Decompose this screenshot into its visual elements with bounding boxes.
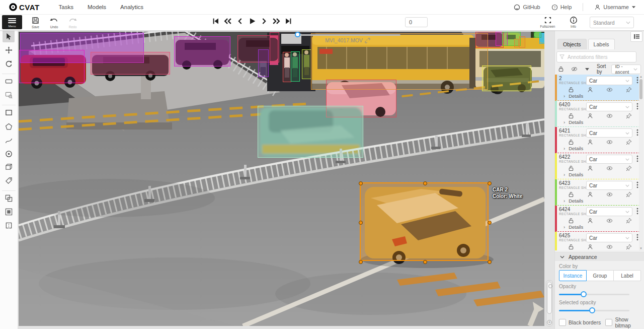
object-label-select[interactable]: Car bbox=[586, 181, 632, 190]
pin-icon[interactable] bbox=[626, 87, 632, 93]
annotation-box[interactable] bbox=[519, 36, 525, 48]
pin-icon[interactable] bbox=[626, 113, 632, 119]
save-button[interactable]: Save bbox=[26, 15, 45, 29]
object-actions-icon[interactable] bbox=[636, 181, 638, 188]
object-actions-icon[interactable] bbox=[636, 77, 638, 84]
tool-select-region[interactable] bbox=[3, 89, 15, 101]
resize-handle[interactable] bbox=[488, 181, 492, 185]
occluded-icon[interactable] bbox=[587, 191, 593, 198]
annotation-box[interactable] bbox=[258, 106, 363, 158]
eye-icon[interactable] bbox=[606, 165, 613, 171]
opacity-slider-handle[interactable] bbox=[581, 291, 587, 297]
user-menu[interactable]: Username bbox=[594, 4, 636, 11]
object-item-6423[interactable]: 6423 RECTANGLE SHAPE Car ›Details bbox=[555, 179, 640, 206]
frame-slider[interactable] bbox=[295, 34, 400, 36]
color-by-label-button[interactable]: Label bbox=[613, 270, 641, 281]
object-actions-icon[interactable] bbox=[636, 103, 638, 110]
annotation-box[interactable] bbox=[539, 33, 544, 44]
pin-icon[interactable] bbox=[626, 244, 632, 250]
scroll-down-icon[interactable]: ▼ bbox=[639, 247, 643, 250]
sidebar-collapse-button[interactable] bbox=[630, 31, 642, 42]
object-label-select[interactable]: Car bbox=[586, 76, 632, 85]
object-details-toggle[interactable]: ›Details bbox=[564, 146, 583, 151]
selected-opacity-slider-handle[interactable] bbox=[589, 307, 595, 313]
occluded-icon[interactable] bbox=[587, 113, 593, 119]
scroll-up-icon[interactable]: ▲ bbox=[639, 75, 643, 78]
resize-handle[interactable] bbox=[359, 221, 363, 225]
lock-all-icon[interactable] bbox=[558, 66, 564, 72]
annotation-box[interactable] bbox=[482, 65, 531, 91]
resize-handle[interactable] bbox=[488, 221, 492, 225]
selected-annotation-box[interactable] bbox=[360, 182, 489, 261]
tool-group[interactable] bbox=[3, 206, 15, 218]
cvat-logo[interactable]: CVAT bbox=[9, 3, 40, 12]
resize-handle[interactable] bbox=[423, 181, 427, 185]
object-actions-icon[interactable] bbox=[636, 155, 638, 162]
resize-handle[interactable] bbox=[359, 181, 363, 185]
color-by-instance-button[interactable]: Instance bbox=[559, 270, 587, 281]
nav-analytics[interactable]: Analytics bbox=[120, 4, 143, 10]
pin-icon[interactable] bbox=[626, 191, 632, 198]
tool-split[interactable] bbox=[3, 219, 15, 231]
first-frame-button[interactable] bbox=[210, 16, 221, 27]
resize-handle[interactable] bbox=[488, 260, 492, 264]
tool-merge[interactable] bbox=[3, 192, 15, 204]
object-label-select[interactable]: Car bbox=[586, 233, 632, 242]
color-by-group-button[interactable]: Group bbox=[586, 270, 614, 281]
appearance-header[interactable]: Appearance bbox=[555, 252, 644, 261]
frame-number-input[interactable] bbox=[405, 17, 428, 27]
tool-draw-rectangle[interactable] bbox=[3, 106, 15, 118]
object-actions-icon[interactable] bbox=[636, 129, 638, 136]
redo-button[interactable]: Redo bbox=[63, 15, 82, 29]
last-frame-button[interactable] bbox=[283, 16, 293, 27]
video-frame[interactable]: CAR 2 Color: White bbox=[19, 32, 544, 326]
object-actions-icon[interactable] bbox=[636, 234, 638, 241]
eye-icon[interactable] bbox=[606, 218, 613, 224]
object-item-6421[interactable]: 6421 RECTANGLE SHAPE Car ›Details bbox=[555, 127, 640, 153]
annotations-filter[interactable] bbox=[556, 51, 636, 62]
tool-draw-cuboid[interactable] bbox=[3, 161, 15, 173]
sort-select[interactable]: ID - ascent bbox=[611, 64, 641, 74]
occluded-icon[interactable] bbox=[587, 218, 593, 224]
tool-rotate[interactable] bbox=[3, 57, 15, 70]
annotation-box[interactable] bbox=[283, 52, 291, 82]
object-label-select[interactable]: Car bbox=[586, 102, 632, 111]
object-details-toggle[interactable]: ›Details bbox=[564, 93, 583, 99]
tool-draw-points[interactable] bbox=[3, 148, 15, 160]
tool-fit-image[interactable] bbox=[3, 75, 15, 87]
annotation-box[interactable] bbox=[258, 49, 269, 77]
eye-icon[interactable] bbox=[606, 191, 613, 198]
resize-handle[interactable] bbox=[359, 260, 363, 264]
lock-icon[interactable] bbox=[568, 244, 574, 250]
object-label-select[interactable]: Car bbox=[586, 155, 632, 164]
eye-icon[interactable] bbox=[606, 139, 613, 145]
nav-models[interactable]: Models bbox=[88, 4, 106, 10]
lock-icon[interactable] bbox=[568, 139, 574, 145]
objects-scrollbar-thumb[interactable] bbox=[639, 79, 642, 99]
pin-icon[interactable] bbox=[626, 165, 632, 171]
pin-icon[interactable] bbox=[626, 218, 632, 224]
menu-button[interactable]: Menu bbox=[2, 15, 22, 29]
selected-opacity-slider[interactable] bbox=[559, 307, 629, 313]
lock-icon[interactable] bbox=[568, 165, 574, 171]
object-details-toggle[interactable]: ›Details bbox=[564, 198, 583, 204]
occluded-icon[interactable] bbox=[587, 87, 593, 93]
eye-icon[interactable] bbox=[606, 244, 613, 250]
show-bitmap-checkbox[interactable]: Show bitmap bbox=[605, 316, 644, 328]
annotation-box[interactable] bbox=[514, 39, 519, 47]
previous-frame-button[interactable] bbox=[234, 16, 245, 27]
eye-icon[interactable] bbox=[606, 87, 613, 93]
object-details-toggle[interactable]: ›Details bbox=[564, 224, 583, 230]
next-frame-button[interactable] bbox=[259, 16, 269, 27]
tool-draw-polygon[interactable] bbox=[3, 120, 15, 133]
tool-setup-tag[interactable] bbox=[3, 174, 15, 186]
opacity-slider[interactable] bbox=[559, 291, 629, 297]
annotation-box[interactable] bbox=[19, 50, 85, 83]
occluded-icon[interactable] bbox=[587, 244, 593, 250]
tool-move[interactable] bbox=[3, 44, 15, 56]
tool-draw-polyline[interactable] bbox=[3, 135, 15, 147]
github-link[interactable]: GitHub bbox=[514, 4, 540, 11]
tool-cursor[interactable] bbox=[3, 30, 15, 42]
object-item-6422[interactable]: 6422 RECTANGLE SHAPE Car ›Details bbox=[555, 153, 640, 179]
nav-tasks[interactable]: Tasks bbox=[59, 4, 73, 10]
